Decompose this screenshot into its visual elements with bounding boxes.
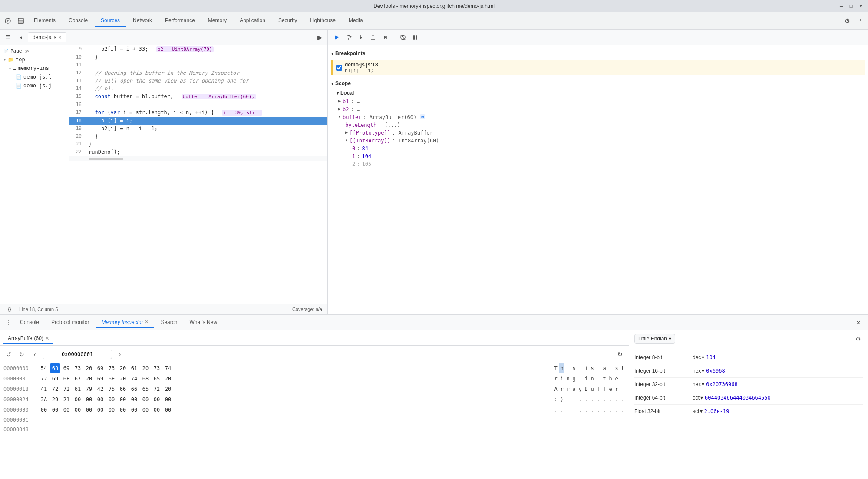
maximize-btn[interactable]: □ bbox=[848, 3, 854, 9]
ascii-1-2[interactable]: n bbox=[565, 374, 571, 383]
ascii-1-7[interactable] bbox=[596, 374, 601, 383]
tab-lighthouse[interactable]: Lighthouse bbox=[304, 15, 342, 27]
val-format-int32[interactable]: hex ▾ bbox=[691, 380, 706, 388]
ascii-0-3[interactable]: s bbox=[571, 363, 577, 373]
mem-byte-1-9[interactable]: 68 bbox=[141, 373, 150, 384]
mem-byte-0-9[interactable]: 20 bbox=[141, 363, 150, 373]
prev-addr-btn[interactable]: ‹ bbox=[30, 349, 40, 360]
scope-header[interactable]: ▾ Scope bbox=[331, 79, 865, 88]
dock-icon[interactable] bbox=[15, 15, 27, 27]
ascii-0-8[interactable]: a bbox=[602, 363, 607, 373]
mem-byte-0-7[interactable]: 20 bbox=[118, 363, 128, 373]
mem-byte-0-10[interactable]: 73 bbox=[152, 363, 162, 373]
mem-byte-1-7[interactable]: 20 bbox=[118, 373, 128, 384]
mem-byte-0-0[interactable]: 54 bbox=[39, 363, 49, 373]
ft-page-item[interactable]: 📄 Page ≫ bbox=[0, 47, 69, 55]
tab-memory-inspector[interactable]: Memory Inspector ✕ bbox=[96, 317, 154, 328]
undo-btn[interactable]: ↺ bbox=[3, 349, 14, 360]
resume-btn[interactable] bbox=[331, 32, 342, 43]
ascii-0-6[interactable]: s bbox=[590, 363, 595, 373]
endian-select[interactable]: Little Endian ▾ bbox=[634, 334, 675, 344]
tab-elements[interactable]: Elements bbox=[28, 15, 62, 27]
tab-search[interactable]: Search bbox=[155, 317, 182, 328]
bottom-more-icon[interactable]: ⋮ bbox=[3, 318, 13, 327]
ascii-0-7[interactable] bbox=[596, 363, 601, 373]
step-into-btn[interactable] bbox=[356, 32, 366, 43]
devtools-icon[interactable] bbox=[2, 15, 14, 27]
mem-byte-0-2[interactable]: 69 bbox=[62, 363, 71, 373]
source-nav-left[interactable]: ◂ bbox=[15, 31, 27, 43]
ft-demo-js-j[interactable]: 📄 demo-js.j bbox=[0, 81, 69, 90]
ascii-0-5[interactable]: i bbox=[584, 363, 589, 373]
memory-badge[interactable]: ⊞ bbox=[420, 114, 425, 119]
ascii-0-11[interactable]: t bbox=[620, 363, 625, 373]
mem-byte-1-11[interactable]: 20 bbox=[163, 373, 173, 384]
code-scrollbar[interactable] bbox=[69, 156, 327, 161]
mem-byte-0-8[interactable]: 61 bbox=[129, 363, 139, 373]
format-icon[interactable]: {} bbox=[5, 305, 14, 314]
buffer-tab-arraybuffer[interactable]: ArrayBuffer(60) ✕ bbox=[3, 334, 53, 344]
address-input[interactable] bbox=[43, 350, 112, 359]
close-panel-btn[interactable]: ✕ bbox=[852, 317, 865, 328]
ascii-0-9[interactable] bbox=[608, 363, 613, 373]
more-tools-icon[interactable]: ⋮ bbox=[854, 15, 866, 27]
source-add-tab[interactable]: ▶ bbox=[314, 31, 326, 43]
mem-byte-0-6[interactable]: 73 bbox=[107, 363, 116, 373]
ascii-0-4[interactable] bbox=[578, 363, 583, 373]
code-lines[interactable]: 9 b2[i] = i + 33; b2 = Uint8Array(70) 10… bbox=[69, 45, 327, 304]
tab-protocol-monitor[interactable]: Protocol monitor bbox=[46, 317, 94, 328]
tab-console[interactable]: Console bbox=[63, 15, 94, 27]
ascii-0-1[interactable]: h bbox=[559, 363, 564, 373]
breakpoint-checkbox[interactable] bbox=[336, 65, 342, 71]
local-header[interactable]: ▾ Local bbox=[331, 88, 865, 98]
tab-application[interactable]: Application bbox=[234, 15, 271, 27]
step-out-btn[interactable] bbox=[368, 32, 378, 43]
ascii-1-3[interactable]: g bbox=[571, 374, 577, 383]
mem-byte-1-4[interactable]: 20 bbox=[84, 373, 94, 384]
ascii-1-11[interactable] bbox=[620, 374, 625, 383]
tab-performance[interactable]: Performance bbox=[159, 15, 201, 27]
ascii-1-9[interactable]: h bbox=[608, 374, 613, 383]
mem-byte-0-5[interactable]: 69 bbox=[96, 363, 105, 373]
val-format-int8[interactable]: dec ▾ bbox=[691, 353, 706, 361]
buffer-tab-close[interactable]: ✕ bbox=[45, 336, 49, 341]
mem-byte-1-2[interactable]: 6E bbox=[62, 373, 71, 384]
ascii-1-8[interactable]: t bbox=[602, 374, 607, 383]
breakpoints-header[interactable]: ▾ Breakpoints bbox=[331, 49, 865, 58]
ascii-1-5[interactable]: i bbox=[584, 374, 589, 383]
mem-byte-0-3[interactable]: 73 bbox=[73, 363, 83, 373]
mem-byte-0-4[interactable]: 20 bbox=[84, 363, 94, 373]
source-tab-close[interactable]: ✕ bbox=[58, 35, 62, 40]
mem-byte-1-0[interactable]: 72 bbox=[39, 373, 49, 384]
tab-whats-new[interactable]: What's New bbox=[184, 317, 222, 328]
memory-inspector-close[interactable]: ✕ bbox=[145, 319, 149, 325]
ft-memory-ins-item[interactable]: ▾ ☁ memory-ins bbox=[0, 64, 69, 73]
ft-demo-js-l[interactable]: 📄 demo-js.l bbox=[0, 73, 69, 81]
redo-btn[interactable]: ↻ bbox=[17, 349, 27, 360]
step-btn[interactable] bbox=[380, 32, 390, 43]
tab-memory[interactable]: Memory bbox=[202, 15, 233, 27]
ascii-0-2[interactable]: i bbox=[565, 363, 571, 373]
ascii-1-0[interactable]: r bbox=[553, 374, 558, 383]
source-tab-demo-js[interactable]: demo-js.js ✕ bbox=[28, 32, 66, 42]
ascii-1-1[interactable]: i bbox=[559, 374, 564, 383]
refresh-btn[interactable]: ↻ bbox=[615, 349, 625, 360]
close-btn[interactable]: ✕ bbox=[858, 3, 864, 9]
deactivate-btn[interactable] bbox=[398, 32, 408, 43]
step-over-btn[interactable] bbox=[343, 32, 354, 43]
mem-byte-1-6[interactable]: 6E bbox=[107, 373, 116, 384]
next-addr-btn[interactable]: › bbox=[115, 349, 125, 360]
val-format-float32[interactable]: sci ▾ bbox=[691, 407, 704, 415]
tab-media[interactable]: Media bbox=[343, 15, 369, 27]
pause-exceptions-btn[interactable] bbox=[410, 32, 420, 43]
sidebar-toggle[interactable]: ☰ bbox=[2, 31, 14, 43]
tab-sources[interactable]: Sources bbox=[95, 15, 126, 27]
mem-byte-1-5[interactable]: 69 bbox=[96, 373, 105, 384]
tab-network[interactable]: Network bbox=[127, 15, 158, 27]
tab-security[interactable]: Security bbox=[272, 15, 303, 27]
mem-byte-1-8[interactable]: 74 bbox=[129, 373, 139, 384]
ascii-1-4[interactable] bbox=[578, 374, 583, 383]
val-format-int64[interactable]: oct ▾ bbox=[691, 394, 705, 402]
settings-icon[interactable]: ⚙ bbox=[841, 15, 853, 27]
mem-byte-1-3[interactable]: 67 bbox=[73, 373, 83, 384]
